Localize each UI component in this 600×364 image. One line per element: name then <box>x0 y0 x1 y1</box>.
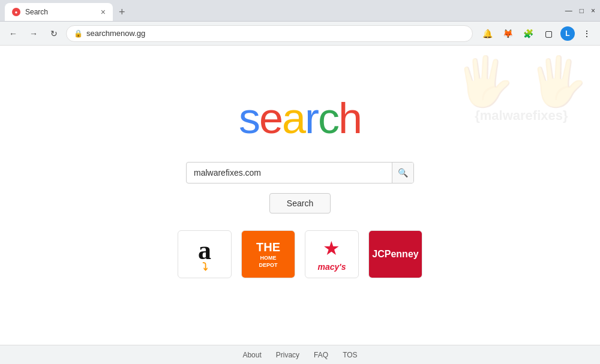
shortcut-amazon[interactable]: a ⤵ <box>178 230 232 278</box>
macys-logo: ★ macy's <box>318 237 346 272</box>
macys-star-icon: ★ <box>323 237 340 260</box>
search-button[interactable]: Search <box>269 193 331 213</box>
homedepot-logo: THE HOME DEPOT <box>242 231 295 278</box>
logo-letter-c: c <box>318 94 338 142</box>
footer-faq-link[interactable]: FAQ <box>314 351 328 359</box>
amazon-logo: a ⤵ <box>198 235 211 273</box>
search-box: 🔍 <box>186 162 414 183</box>
watermark-text: {malwarefixes} <box>455 108 588 124</box>
lock-icon: 🔒 <box>74 29 83 38</box>
menu-button[interactable]: ⋮ <box>578 25 595 42</box>
url-text: searchmenow.gg <box>86 29 145 38</box>
close-window-button[interactable]: × <box>591 7 595 15</box>
shortcut-macys[interactable]: ★ macy's <box>305 230 359 278</box>
search-icon-button[interactable]: 🔍 <box>392 162 413 183</box>
reload-button[interactable]: ↻ <box>46 25 62 42</box>
shortcut-homedepot[interactable]: THE HOME DEPOT <box>241 230 295 278</box>
hd-home-text: HOME <box>260 255 277 262</box>
fox-extension-icon[interactable]: 🦊 <box>499 25 516 42</box>
nav-bar: ← → ↻ 🔒 searchmenow.gg 🔔 🦊 🧩 ▢ L ⋮ <box>0 22 600 46</box>
logo-letter-e: e <box>259 94 282 142</box>
extensions-icon[interactable]: 🧩 <box>520 25 536 42</box>
hd-depot-text: DEPOT <box>259 262 277 269</box>
watermark: 🖐 🖐 {malwarefixes} <box>455 58 588 124</box>
search-input[interactable] <box>187 168 392 178</box>
tab-close-button[interactable]: × <box>101 8 106 16</box>
forward-button[interactable]: → <box>25 25 42 42</box>
nav-icons: 🔔 🦊 🧩 ▢ L ⋮ <box>479 25 595 42</box>
macys-text: macy's <box>318 262 346 272</box>
jcpenney-logo: JCPenney <box>369 231 422 278</box>
hd-big-text: THE <box>256 239 280 255</box>
watermark-hands: 🖐 🖐 <box>455 58 588 106</box>
tab-bar: ● Search × + <box>5 0 128 21</box>
title-bar: ● Search × + — □ × <box>0 0 600 22</box>
active-tab[interactable]: ● Search × <box>5 3 113 21</box>
footer-tos-link[interactable]: TOS <box>343 351 357 359</box>
footer-about-link[interactable]: About <box>242 351 261 359</box>
shortcut-jcpenney[interactable]: JCPenney <box>368 230 422 278</box>
shortcuts-bar: a ⤵ THE HOME DEPOT ★ macy's JCPenney <box>178 230 422 278</box>
tab-title: Search <box>25 8 96 16</box>
amazon-arrow: ⤵ <box>202 261 208 273</box>
tab-manager-icon[interactable]: ▢ <box>540 25 557 42</box>
bell-extension-icon[interactable]: 🔔 <box>479 25 496 42</box>
maximize-button[interactable]: □ <box>580 7 584 15</box>
address-bar[interactable]: 🔒 searchmenow.gg <box>66 25 473 42</box>
profile-button[interactable]: L <box>560 26 575 41</box>
logo-letter-r: r <box>305 94 318 142</box>
new-tab-button[interactable]: + <box>116 4 128 21</box>
footer: About Privacy FAQ TOS <box>0 345 600 364</box>
logo-letter-h: h <box>338 94 361 142</box>
jcpenney-text: JCPenney <box>372 249 418 260</box>
minimize-button[interactable]: — <box>565 7 572 15</box>
tab-favicon: ● <box>12 8 20 16</box>
logo-letter-a: a <box>282 94 305 142</box>
logo-letter-s: s <box>239 94 259 142</box>
window-controls: — □ × <box>565 7 595 15</box>
site-logo: search <box>239 94 361 143</box>
back-button[interactable]: ← <box>5 25 22 42</box>
footer-privacy-link[interactable]: Privacy <box>276 351 299 359</box>
page-content: 🖐 🖐 {malwarefixes} search 🔍 Search a ⤵ T… <box>0 46 600 345</box>
